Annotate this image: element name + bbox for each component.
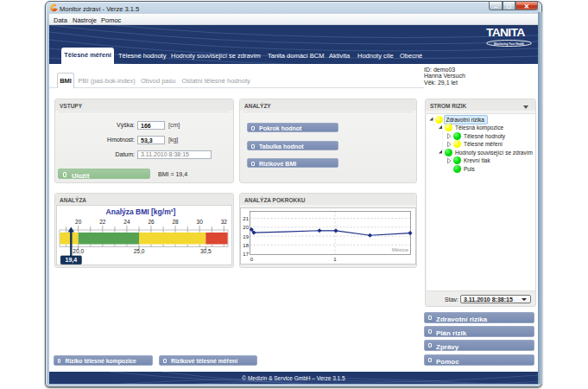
svg-text:0: 0	[250, 257, 254, 262]
svg-text:Monitoring Your Health: Monitoring Your Health	[494, 42, 524, 46]
svg-text:Měsíce: Měsíce	[392, 247, 409, 252]
svg-text:22: 22	[99, 219, 106, 225]
svg-text:24: 24	[123, 219, 130, 225]
svg-text:17: 17	[243, 252, 249, 257]
svg-text:20: 20	[75, 219, 82, 225]
svg-text:19,4: 19,4	[65, 257, 77, 264]
svg-text:32: 32	[221, 219, 228, 225]
svg-text:Analýza BMI [kg/m²]: Analýza BMI [kg/m²]	[106, 207, 176, 216]
svg-text:1: 1	[333, 257, 337, 262]
svg-text:30: 30	[197, 219, 204, 225]
svg-text:19: 19	[243, 234, 249, 239]
svg-text:30,5: 30,5	[200, 248, 212, 254]
svg-text:20: 20	[243, 225, 249, 230]
svg-text:18: 18	[243, 243, 249, 248]
svg-text:25,0: 25,0	[134, 248, 145, 254]
svg-text:20,0: 20,0	[73, 248, 84, 254]
svg-text:26: 26	[148, 219, 155, 225]
svg-text:21: 21	[243, 216, 249, 221]
svg-text:28: 28	[172, 219, 179, 225]
